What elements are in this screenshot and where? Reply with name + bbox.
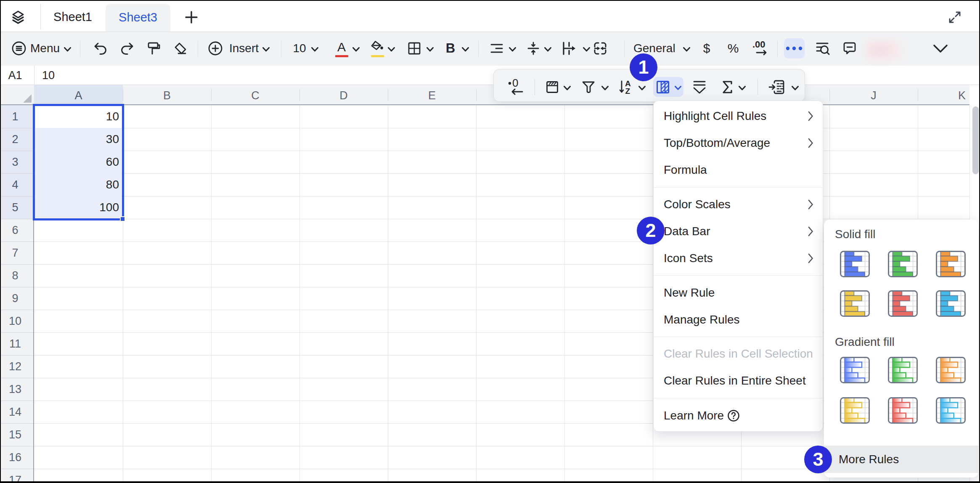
svg-text:.00: .00 xyxy=(752,40,765,50)
svg-text:Z: Z xyxy=(625,87,630,95)
svg-text:0: 0 xyxy=(512,78,518,89)
